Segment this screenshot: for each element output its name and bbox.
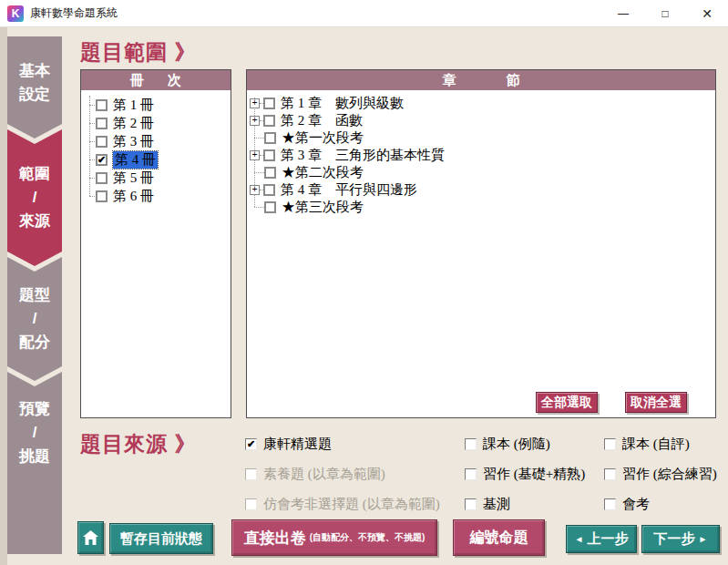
volume-row[interactable]: 第 5 冊 <box>81 169 154 187</box>
home-button[interactable] <box>77 521 104 554</box>
volume-checkbox[interactable] <box>96 190 108 202</box>
maximize-button[interactable]: □ <box>644 0 686 27</box>
volume-label-selected: 第 4 冊 <box>113 151 158 169</box>
save-current-state-button[interactable]: 暫存目前狀態 <box>109 523 213 554</box>
exam-row[interactable]: ★第二次段考 <box>247 164 364 181</box>
select-all-button[interactable]: 全部選取 <box>536 392 598 413</box>
tree-stub <box>89 196 95 197</box>
chapter-checkbox[interactable] <box>263 149 275 161</box>
volume-row[interactable]: 第 6 冊 <box>81 187 154 205</box>
home-icon <box>83 530 98 545</box>
exam-label: ★第一次段考 <box>282 129 364 147</box>
chapter-row[interactable]: + 第 3 章 三角形的基本性質 <box>247 147 445 164</box>
next-step-button[interactable]: 下一步 ► <box>641 525 720 553</box>
chapter-checkbox[interactable] <box>263 98 275 109</box>
chapter-header-right: 節 <box>507 72 520 89</box>
tree-stub <box>89 105 95 106</box>
source-option-label: 課本 (例隨) <box>483 436 550 453</box>
source-option-label: 康軒精選題 <box>263 436 332 453</box>
volume-panel-header: 冊 次 <box>81 70 231 90</box>
tab-preview-pick[interactable]: 預覽 / 挑題 <box>7 372 62 554</box>
volume-label: 第 3 冊 <box>113 133 154 150</box>
chapter-tree: + 第 1 章 數列與級數 + 第 2 章 函數 ★第一次段考 + 第 3 <box>247 90 715 417</box>
source-option-workbook-basic[interactable]: 習作 (基礎+精熟) <box>465 465 585 483</box>
checkbox[interactable] <box>604 498 616 510</box>
checkbox[interactable] <box>604 468 616 480</box>
chapter-label: 第 2 章 函數 <box>281 112 363 129</box>
volume-header-left: 冊 <box>130 72 144 89</box>
tree-stub <box>89 178 95 179</box>
direct-output-button[interactable]: 直接出卷 (自動配分、不預覽、不挑題) <box>231 519 437 556</box>
checkbox[interactable] <box>465 468 477 480</box>
source-option-comprehensive-exam[interactable]: 會考 <box>604 495 650 513</box>
tab-basic-settings[interactable]: 基本 設定 <box>7 36 62 139</box>
previous-step-label: 上一步 <box>587 530 628 548</box>
volume-row-selected[interactable]: ✔ 第 4 冊 <box>81 150 158 169</box>
exam-label: ★第二次段考 <box>282 164 364 181</box>
exam-label: ★第三次段考 <box>282 199 364 216</box>
volume-list: 第 1 冊 第 2 冊 第 3 冊 ✔ 第 4 冊 第 5 冊 <box>81 90 231 417</box>
tree-stub <box>254 138 264 139</box>
close-button[interactable]: ✕ <box>686 0 728 27</box>
checkbox[interactable] <box>465 438 477 450</box>
source-option-label: 習作 (綜合練習) <box>622 466 717 483</box>
direct-output-sublabel: (自動配分、不預覽、不挑題) <box>310 531 426 544</box>
volume-checkbox-checked[interactable]: ✔ <box>96 154 108 166</box>
volume-checkbox[interactable] <box>96 172 108 184</box>
volume-checkbox[interactable] <box>96 136 108 148</box>
chapter-header-left: 章 <box>443 72 456 89</box>
source-option-kanghsuan-selected[interactable]: ✔ 康軒精選題 <box>245 435 332 453</box>
volume-row[interactable]: 第 1 冊 <box>81 96 154 114</box>
source-option-workbook-comprehensive[interactable]: 習作 (綜合練習) <box>604 465 717 483</box>
expand-plus-icon[interactable]: + <box>250 98 260 108</box>
volume-checkbox[interactable] <box>96 118 108 129</box>
chapter-panel-header: 章 節 <box>247 70 715 90</box>
source-option-basic-test[interactable]: 基測 <box>465 495 510 513</box>
volume-row[interactable]: 第 2 冊 <box>81 114 154 132</box>
expand-plus-icon[interactable]: + <box>250 150 260 160</box>
tree-stub <box>254 172 264 173</box>
source-section-title: 題目來源 》 <box>80 430 196 458</box>
volume-label: 第 1 冊 <box>113 97 154 114</box>
exam-checkbox[interactable] <box>264 167 276 179</box>
expand-plus-icon[interactable]: + <box>250 185 260 195</box>
source-option-mock-exam-nonchoice: 仿會考非選擇題 (以章為範圍) <box>245 495 440 513</box>
chapter-row[interactable]: + 第 1 章 數列與級數 <box>247 95 404 112</box>
volume-label: 第 2 冊 <box>113 115 154 132</box>
tab-question-type-scoring[interactable]: 題型 / 配分 <box>7 257 62 381</box>
sidebar-strip <box>0 27 7 565</box>
chapter-label: 第 3 章 三角形的基本性質 <box>281 147 445 164</box>
tab-range-source[interactable]: 範圍 / 來源 <box>7 129 62 266</box>
exam-row[interactable]: ★第一次段考 <box>247 129 364 147</box>
exam-checkbox[interactable] <box>264 132 276 144</box>
checkbox-disabled <box>245 498 257 510</box>
volume-row[interactable]: 第 3 冊 <box>81 132 154 150</box>
volume-panel: 冊 次 第 1 冊 第 2 冊 第 3 冊 ✔ 第 <box>80 69 231 418</box>
expand-plus-icon[interactable]: + <box>250 116 260 126</box>
exam-row[interactable]: ★第三次段考 <box>247 199 364 216</box>
source-option-label: 素養題 (以章為範圍) <box>263 466 385 483</box>
minimize-button[interactable]: — <box>602 0 644 27</box>
chapter-row[interactable]: + 第 4 章 平行與四邊形 <box>247 181 417 199</box>
tree-stub <box>254 207 264 208</box>
previous-step-button[interactable]: ◄ 上一步 <box>566 525 637 553</box>
deselect-all-button[interactable]: 取消全選 <box>625 392 687 413</box>
volume-checkbox[interactable] <box>96 99 108 111</box>
checkbox[interactable] <box>604 438 616 450</box>
checkbox[interactable] <box>465 498 477 510</box>
source-option-textbook-example[interactable]: 課本 (例隨) <box>465 435 550 453</box>
source-option-label: 基測 <box>483 496 510 513</box>
titlebar: K 康軒數學命題系統 — □ ✕ <box>0 0 728 27</box>
left-arrow-icon: ◄ <box>575 535 584 544</box>
chapter-checkbox[interactable] <box>263 115 275 127</box>
numbered-question-button[interactable]: 編號命題 <box>453 519 545 556</box>
checkbox-checked[interactable]: ✔ <box>245 438 257 450</box>
chapter-checkbox[interactable] <box>263 184 275 196</box>
chapter-panel: 章 節 + 第 1 章 數列與級數 + 第 2 章 函數 ★第一次段考 <box>246 69 716 418</box>
source-option-literacy: 素養題 (以章為範圍) <box>245 465 385 483</box>
exam-checkbox[interactable] <box>264 201 276 213</box>
chapter-row[interactable]: + 第 2 章 函數 <box>247 112 363 129</box>
window-controls: — □ ✕ <box>602 0 728 27</box>
direct-output-label: 直接出卷 <box>244 528 306 549</box>
source-option-textbook-selfeval[interactable]: 課本 (自評) <box>604 435 690 453</box>
